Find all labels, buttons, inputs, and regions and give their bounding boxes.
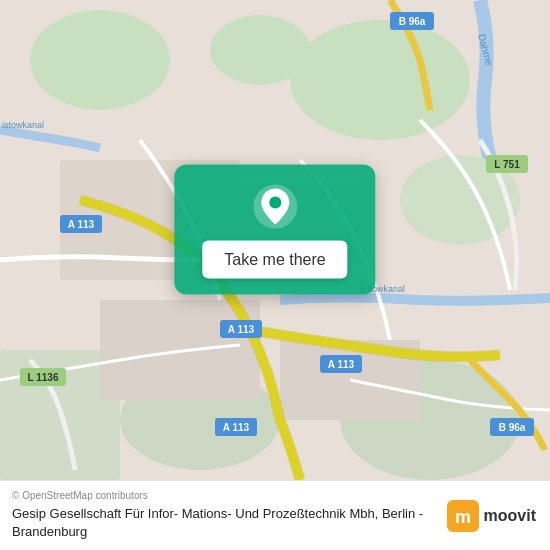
- svg-text:m: m: [455, 507, 471, 527]
- map-container: B 96a A 113 A 113 A 113 A 113 L 751 L 11…: [0, 0, 550, 480]
- svg-text:A 113: A 113: [68, 219, 95, 230]
- svg-text:L 751: L 751: [494, 159, 520, 170]
- location-pin-icon: [251, 183, 299, 231]
- osm-attribution: © OpenStreetMap contributors: [12, 490, 437, 501]
- svg-point-3: [210, 15, 310, 85]
- svg-text:istowkanal: istowkanal: [2, 120, 44, 130]
- moovit-logo: m moovit: [447, 500, 536, 532]
- svg-text:L 1136: L 1136: [28, 372, 59, 383]
- moovit-brand-icon: m: [447, 500, 479, 532]
- svg-text:A 113: A 113: [228, 324, 255, 335]
- take-me-there-button[interactable]: Take me there: [202, 241, 347, 279]
- svg-point-2: [30, 10, 170, 110]
- bottom-bar: © OpenStreetMap contributors Gesip Gesel…: [0, 480, 550, 550]
- location-title: Gesip Gesellschaft Für Infor- Mations- U…: [12, 505, 437, 540]
- moovit-label: moovit: [484, 507, 536, 525]
- svg-text:B 96a: B 96a: [499, 422, 526, 433]
- svg-text:A 113: A 113: [223, 422, 250, 433]
- svg-text:A 113: A 113: [328, 359, 355, 370]
- svg-point-32: [269, 197, 281, 209]
- svg-text:B 96a: B 96a: [399, 16, 426, 27]
- location-card: Take me there: [174, 165, 375, 295]
- bottom-info: © OpenStreetMap contributors Gesip Gesel…: [12, 490, 437, 540]
- svg-point-1: [290, 20, 470, 140]
